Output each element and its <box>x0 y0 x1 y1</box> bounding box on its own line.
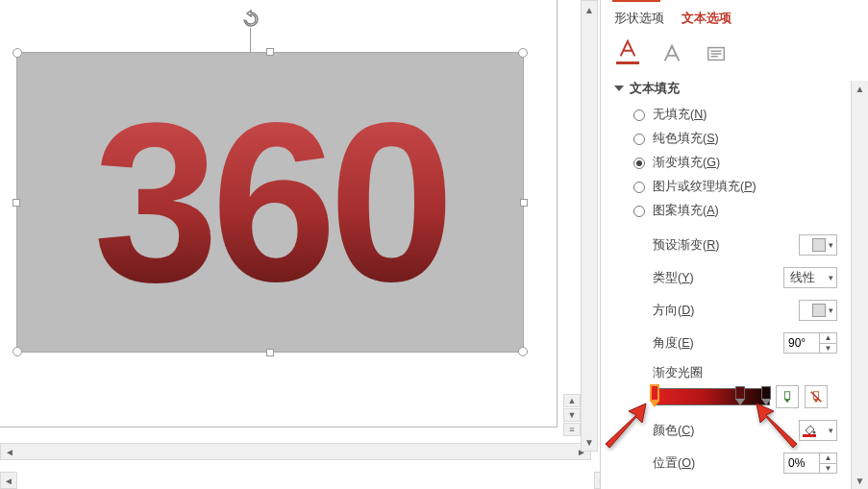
text-option-modes <box>601 33 851 74</box>
fill-solid[interactable]: 纯色填充(S) <box>601 127 851 151</box>
position-input[interactable] <box>784 454 819 472</box>
fill-none[interactable]: 无填充(N) <box>601 103 851 127</box>
letter-a-outline-icon <box>661 43 682 64</box>
scroll-up-icon[interactable]: ▲ <box>582 1 597 18</box>
scroll-left-icon[interactable]: ◄ <box>1 444 18 459</box>
callout-arrow-right <box>755 402 805 452</box>
mode-textbox[interactable] <box>703 43 730 64</box>
direction-label: 方向 <box>653 304 678 317</box>
callout-arrow-left <box>598 402 648 452</box>
prop-position: 位置(O) ▲▼ <box>601 447 851 479</box>
remove-stop-button[interactable] <box>805 385 828 408</box>
fill-solid-accel: S <box>707 132 714 145</box>
panel-scroll-up-icon[interactable]: ▲ <box>852 81 868 97</box>
spin-down-icon[interactable]: ▼ <box>820 464 836 474</box>
spin-down-icon[interactable]: ▼ <box>820 344 836 354</box>
resize-handle-br[interactable] <box>518 347 528 356</box>
gradient-bar[interactable] <box>653 388 770 405</box>
angle-accel: E <box>682 336 689 350</box>
mode-text-fill-outline[interactable] <box>614 38 641 64</box>
color-dropdown[interactable]: ▾ <box>799 420 837 441</box>
collapse-triangle-icon <box>614 86 624 91</box>
color-label: 颜色 <box>653 424 678 437</box>
preset-label: 预设渐变 <box>653 238 703 252</box>
prop-type: 类型(Y) 线性▾ <box>601 261 851 294</box>
fill-gradient-accel: G <box>707 156 716 169</box>
gradient-stop-2[interactable] <box>735 386 745 407</box>
resize-handle-bl[interactable] <box>12 347 22 356</box>
prop-preset: 预设渐变(R) ▾ <box>601 229 851 261</box>
section-text-fill[interactable]: 文本填充 <box>601 74 851 103</box>
preset-accel: R <box>707 238 715 252</box>
remove-stop-icon <box>809 390 823 403</box>
slide-nav-up-icon[interactable]: ▲ <box>563 394 581 407</box>
radio-icon <box>633 158 645 169</box>
fill-gradient[interactable]: 渐变填充(G) <box>601 151 851 175</box>
preset-dropdown[interactable]: ▾ <box>799 234 837 256</box>
fill-none-accel: N <box>694 108 703 121</box>
panel-v-scrollbar[interactable]: ▲ ▼ <box>851 81 868 489</box>
paint-bucket-icon <box>803 424 816 437</box>
resize-handle-t[interactable] <box>266 48 274 56</box>
position-spinner[interactable]: ▲▼ <box>783 452 837 474</box>
letter-a-fill-icon <box>617 38 638 60</box>
type-label: 类型 <box>653 271 678 284</box>
prop-direction: 方向(D) ▾ <box>601 294 851 327</box>
notes-h-scrollbar[interactable]: ◄ ► <box>0 472 613 489</box>
selected-textbox[interactable]: 360 <box>17 53 523 352</box>
panel-tab-row: 形状选项 文本选项 <box>601 0 851 33</box>
resize-handle-tr[interactable] <box>518 48 528 58</box>
slide-nav-scroll[interactable]: ▲ ▼ ≡ <box>563 394 581 437</box>
fill-pattern-accel: A <box>707 204 714 217</box>
fill-pattern-label: 图案填充 <box>653 204 703 217</box>
slide-nav-menu-icon[interactable]: ≡ <box>563 423 581 436</box>
radio-icon <box>633 206 645 217</box>
position-label: 位置 <box>653 456 678 470</box>
gradient-stop-1[interactable] <box>650 384 659 405</box>
radio-icon <box>633 182 645 193</box>
spin-up-icon[interactable]: ▲ <box>820 453 836 464</box>
gradient-stops-label: 渐变光圈 <box>601 359 851 385</box>
textbox-icon <box>706 43 727 64</box>
resize-handle-r[interactable] <box>520 199 528 207</box>
slide-nav-down-icon[interactable]: ▼ <box>563 408 581 422</box>
type-value: 线性 <box>790 270 815 286</box>
color-accel: C <box>682 424 690 437</box>
scroll-down-icon[interactable]: ▼ <box>582 433 597 451</box>
direction-accel: D <box>682 304 690 317</box>
rotation-handle-stem <box>250 28 251 55</box>
resize-handle-l[interactable] <box>12 199 20 207</box>
section-title: 文本填充 <box>630 80 680 97</box>
angle-label: 角度 <box>653 336 678 350</box>
radio-icon <box>633 134 645 145</box>
canvas-h-scrollbar[interactable]: ◄ ► <box>0 443 591 460</box>
canvas-v-scrollbar[interactable]: ▲ ▼ <box>581 0 598 452</box>
angle-input[interactable] <box>784 334 819 352</box>
direction-dropdown[interactable]: ▾ <box>799 300 837 321</box>
textbox-content: 360 <box>17 101 523 305</box>
mode-text-effects[interactable] <box>658 43 685 64</box>
resize-handle-tl[interactable] <box>12 48 22 58</box>
rotation-handle-icon[interactable] <box>241 10 260 29</box>
position-accel: O <box>682 456 691 470</box>
notes-scroll-left-icon[interactable]: ◄ <box>0 472 17 489</box>
panel-scroll-down-icon[interactable]: ▼ <box>852 473 868 489</box>
fill-pattern[interactable]: 图案填充(A) <box>601 199 851 223</box>
fill-gradient-label: 渐变填充 <box>653 156 703 169</box>
fill-picture[interactable]: 图片或纹理填充(P) <box>601 175 851 199</box>
radio-icon <box>633 110 645 121</box>
fill-picture-label: 图片或纹理填充 <box>653 180 740 193</box>
svg-point-4 <box>813 431 816 434</box>
spin-up-icon[interactable]: ▲ <box>820 333 836 344</box>
svg-rect-1 <box>784 392 789 400</box>
type-dropdown[interactable]: 线性▾ <box>783 267 837 288</box>
fill-solid-label: 纯色填充 <box>653 132 703 145</box>
tab-shape-options[interactable]: 形状选项 <box>614 10 664 27</box>
resize-handle-b[interactable] <box>266 349 274 356</box>
angle-spinner[interactable]: ▲▼ <box>783 332 837 354</box>
prop-angle: 角度(E) ▲▼ <box>601 327 851 359</box>
tab-text-options[interactable]: 文本选项 <box>682 10 732 27</box>
slide-canvas: 360 ▲ ▼ ≡ ◄ ► ◄ ► <box>0 0 598 489</box>
type-accel: Y <box>682 271 689 284</box>
fill-none-label: 无填充 <box>653 108 690 121</box>
